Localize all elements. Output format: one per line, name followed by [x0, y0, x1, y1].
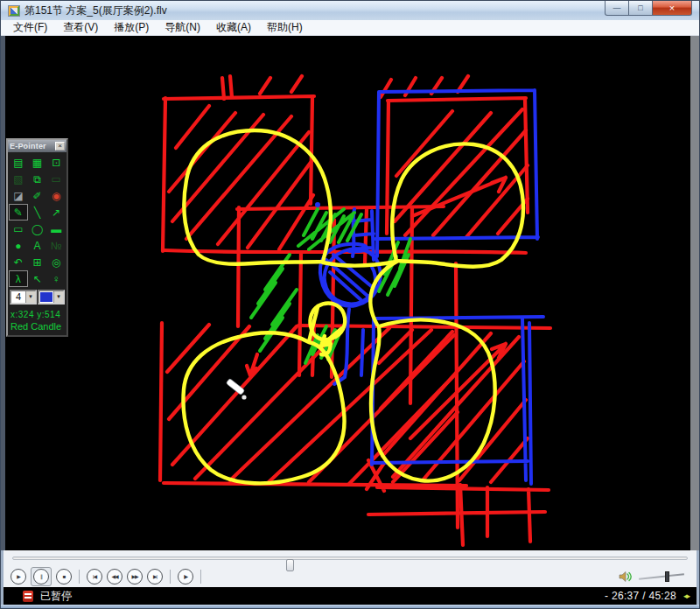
tool-pencil[interactable]: ✎: [9, 204, 28, 220]
paused-icon: [23, 591, 33, 602]
tool-clear-screen[interactable]: ◉: [46, 187, 66, 204]
pointer-coords: x:324 y:514: [8, 307, 66, 319]
playback-status: 已暂停: [40, 589, 72, 604]
tool-undo[interactable]: ↶: [9, 254, 28, 270]
title-bar: 第151节 方案_5(展厅案例2).flv — □ ×: [1, 1, 699, 20]
tool-rectangle[interactable]: ▭: [9, 220, 28, 237]
seek-thumb[interactable]: [286, 559, 294, 571]
skip-next-button[interactable]: ▶|: [147, 569, 163, 584]
tool-line[interactable]: ╲: [28, 204, 47, 220]
menu-bar: 文件(F) 查看(V) 播放(P) 导航(N) 收藏(A) 帮助(H): [1, 20, 699, 36]
tool-laser-light[interactable]: ♀: [46, 270, 66, 287]
play-button[interactable]: ▶: [10, 569, 26, 584]
pen-color-dropdown-icon[interactable]: ▼: [53, 291, 63, 303]
palette-tool-grid: ▤ ▦ ⊡ ▧ ⧉ ▭ ◪ ✐ ◉ ✎ ╲ ↗ ▭ ◯ ▬ ● A № ↶ ⊞: [8, 152, 66, 289]
tool-pointer-pen[interactable]: λ: [9, 270, 28, 287]
palette-title-bar[interactable]: E-Pointer ×: [8, 140, 66, 152]
menu-favorites[interactable]: 收藏(A): [209, 19, 258, 36]
tool-number[interactable]: №: [46, 237, 66, 254]
seek-row: [1, 550, 699, 566]
volume-slider[interactable]: [639, 570, 684, 583]
tool-ellipse[interactable]: ◯: [28, 220, 47, 237]
divider: [79, 570, 80, 584]
step-button[interactable]: |▶: [178, 569, 193, 584]
pen-color-select[interactable]: ▼: [38, 290, 65, 304]
pen-width-dropdown-icon[interactable]: ▼: [25, 291, 35, 303]
menu-help[interactable]: 帮助(H): [260, 19, 310, 36]
volume-icon[interactable]: [619, 570, 634, 583]
tool-magnifier[interactable]: ◎: [46, 254, 66, 270]
tool-eraser[interactable]: ◪: [9, 187, 28, 204]
seek-bar[interactable]: [12, 556, 688, 560]
close-button[interactable]: ×: [653, 1, 692, 16]
tool-save-file[interactable]: ▦: [28, 154, 47, 171]
tool-arrow[interactable]: ↗: [46, 204, 66, 220]
window-bottom-border: [1, 605, 699, 609]
tool-export-image[interactable]: ▧: [9, 171, 28, 187]
tool-cursor-arrow[interactable]: ↖: [28, 270, 47, 287]
tool-copy[interactable]: ⧉: [28, 171, 47, 187]
palette-close-button[interactable]: ×: [55, 142, 65, 150]
divider: [200, 570, 201, 584]
menu-file[interactable]: 文件(F): [6, 19, 54, 36]
menu-navigate[interactable]: 导航(N): [158, 19, 207, 36]
pause-button[interactable]: ∥: [33, 569, 49, 584]
menu-view[interactable]: 查看(V): [56, 19, 105, 36]
transport-bar: ▶ ∥ ■ |◀ ◀◀ ▶▶ ▶| |▶: [1, 566, 699, 587]
rewind-button[interactable]: ◀◀: [107, 569, 122, 584]
pen-color-swatch: [40, 292, 52, 302]
minimize-button[interactable]: —: [605, 1, 629, 16]
palette-title: E-Pointer: [10, 142, 55, 150]
maximize-button[interactable]: □: [629, 1, 653, 16]
menu-play[interactable]: 播放(P): [107, 19, 156, 36]
volume-track: [639, 573, 684, 579]
player-window: 第151节 方案_5(展厅案例2).flv — □ × 文件(F) 查看(V) …: [0, 0, 700, 609]
tool-select-region[interactable]: ▭: [46, 171, 66, 187]
stop-button[interactable]: ■: [56, 569, 72, 584]
tool-filled-rectangle[interactable]: ▬: [46, 220, 66, 237]
volume-handle[interactable]: [665, 571, 669, 582]
skip-back-button[interactable]: |◀: [87, 569, 102, 584]
pause-pressed-frame: ∥: [31, 567, 52, 586]
tool-filled-ellipse[interactable]: ●: [9, 237, 28, 254]
divider: [170, 570, 171, 584]
epointer-palette: E-Pointer × ▤ ▦ ⊡ ▧ ⧉ ▭ ◪ ✐ ◉ ✎ ╲ ↗ ▭ ◯ …: [6, 138, 68, 337]
tool-whiteboard[interactable]: ⊞: [28, 254, 47, 270]
app-icon: [8, 5, 20, 17]
tool-capture-screen[interactable]: ⊡: [46, 154, 66, 171]
tool-marker-pen[interactable]: ✐: [28, 187, 47, 204]
current-tool-label: Red Candle: [8, 319, 66, 335]
pen-width-select[interactable]: 4 ▼: [10, 290, 37, 304]
status-bar: 已暂停 - 26:37 / 45:28 ◂▸: [1, 587, 699, 605]
tool-text[interactable]: A: [28, 237, 47, 254]
time-display: - 26:37 / 45:28: [605, 590, 676, 602]
tool-open-file[interactable]: ▤: [9, 154, 28, 171]
pen-width-value: 4: [11, 291, 25, 303]
forward-button[interactable]: ▶▶: [127, 569, 143, 584]
video-area: E-Pointer × ▤ ▦ ⊡ ▧ ⧉ ▭ ◪ ✐ ◉ ✎ ╲ ↗ ▭ ◯ …: [1, 36, 699, 550]
video-canvas[interactable]: [5, 36, 692, 550]
compact-mode-icon[interactable]: ◂▸: [683, 592, 690, 600]
window-title: 第151节 方案_5(展厅案例2).flv: [24, 4, 167, 18]
